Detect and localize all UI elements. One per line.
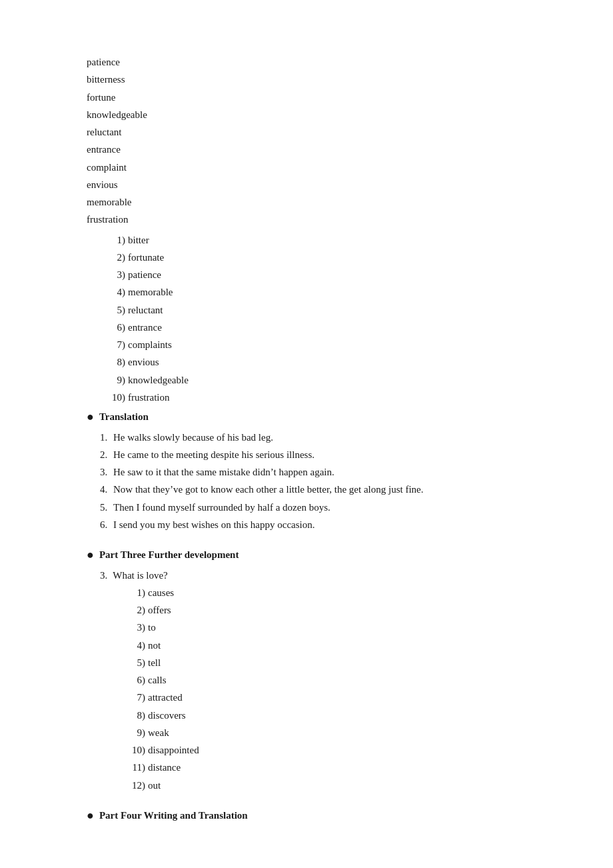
sentence-text: Then I found myself surrounded by half a… [113,499,330,516]
part-three-section: ● Part Three Further development 3. What… [87,547,526,794]
item-number: 3) [107,266,125,283]
list-item: 6. I send you my best wishes on this hap… [100,516,526,533]
item-number: 11) [127,759,145,776]
item-text: weak [148,724,169,741]
list-item: 10) frustration [107,389,526,406]
bullet-icon: ● [87,807,94,824]
list-item: 7) attracted [127,689,526,706]
question-line: 3. What is love? [100,567,526,584]
item-number: 2) [107,249,125,266]
item-text: to [148,619,156,636]
list-item: 2) offers [127,601,526,619]
list-item: 2) fortunate [107,249,526,266]
item-number: 9) [107,371,125,389]
sentence-text: He walks slowly because of his bad leg. [113,429,273,446]
sentence-number: 6. [100,516,111,533]
item-number: 8) [127,707,145,724]
item-number: 6) [127,671,145,689]
word-item: envious [87,176,526,193]
sentence-number: 5. [100,499,111,516]
item-text: disappointed [148,741,199,759]
translation-title: Translation [99,409,149,426]
list-item: 7) complaints [107,336,526,353]
list-item: 2. He came to the meeting despite his se… [100,446,526,463]
part-four-title: Part Four Writing and Translation [99,807,248,825]
list-item: 3) patience [107,266,526,283]
bullet-header: ● Part Three Further development [87,547,526,564]
item-number: 1) [107,231,125,249]
list-item: 3) to [127,619,526,636]
list-item: 10) disappointed [127,741,526,759]
page-content: patience bitterness fortune knowledgeabl… [0,0,613,868]
item-text: tell [148,654,161,671]
item-number: 5) [107,301,125,319]
item-number: 9) [127,724,145,741]
list-item: 5) reluctant [107,301,526,319]
item-text: frustration [128,389,169,406]
item-text: reluctant [128,301,163,319]
item-text: causes [148,584,174,601]
item-number: 7) [127,689,145,706]
word-item: bitterness [87,71,526,88]
bullet-icon: ● [87,409,94,425]
bullet-icon: ● [87,547,94,563]
item-text: attracted [148,689,183,706]
sentence-number: 2. [100,446,111,463]
list-item: 6) entrance [107,319,526,336]
list-item: 1) bitter [107,231,526,249]
translation-list: 1. He walks slowly because of his bad le… [100,429,526,534]
item-number: 5) [127,654,145,671]
item-number: 4) [107,283,125,301]
item-text: knowledgeable [128,371,189,389]
list-item: 9) knowledgeable [107,371,526,389]
translation-section: ● Translation 1. He walks slowly because… [87,409,526,533]
word-item: frustration [87,211,526,228]
list-item: 8) envious [107,353,526,371]
bullet-header: ● Translation [87,409,526,426]
sentence-text: He came to the meeting despite his serio… [113,446,314,463]
item-text: memorable [128,283,173,301]
list-item: 1) causes [127,584,526,601]
list-item: 8) discovers [127,707,526,724]
item-number: 2) [127,601,145,619]
item-text: envious [128,353,159,371]
list-item: 4. Now that they’ve got to know each oth… [100,481,526,498]
word-item: memorable [87,193,526,211]
bullet-header: ● Part Four Writing and Translation [87,807,526,825]
sentence-text: I send you my best wishes on this happy … [113,516,314,533]
item-number: 12) [127,777,145,794]
list-item: 4) memorable [107,283,526,301]
sentence-number: 4. [100,481,111,498]
list-item: 5) tell [127,654,526,671]
word-item: complaint [87,159,526,176]
item-text: fortunate [128,249,164,266]
word-item: patience [87,53,526,71]
word-item: reluctant [87,123,526,141]
word-item: fortune [87,89,526,106]
part-four-section: ● Part Four Writing and Translation [87,807,526,825]
sentence-text: Now that they’ve got to know each other … [113,481,424,498]
item-text: patience [128,266,161,283]
item-number: 7) [107,336,125,353]
item-text: complaints [128,336,172,353]
item-text: not [148,637,161,654]
part-three-title: Part Three Further development [99,547,239,564]
sentence-number: 3. [100,463,111,481]
question-text: What is love? [113,567,167,584]
list-item: 4) not [127,637,526,654]
item-text: bitter [128,231,149,249]
item-number: 10) [127,741,145,759]
item-number: 1) [127,584,145,601]
list-item: 9) weak [127,724,526,741]
item-text: entrance [128,319,162,336]
list-item: 12) out [127,777,526,794]
list-item: 1. He walks slowly because of his bad le… [100,429,526,446]
word-list: patience bitterness fortune knowledgeabl… [87,53,526,229]
list-item: 3. He saw to it that the same mistake di… [100,463,526,481]
list-item: 11) distance [127,759,526,776]
item-number: 8) [107,353,125,371]
sentence-text: He saw to it that the same mistake didn’… [113,463,334,481]
item-text: calls [148,671,167,689]
sentence-number: 1. [100,429,111,446]
item-number: 3) [127,619,145,636]
